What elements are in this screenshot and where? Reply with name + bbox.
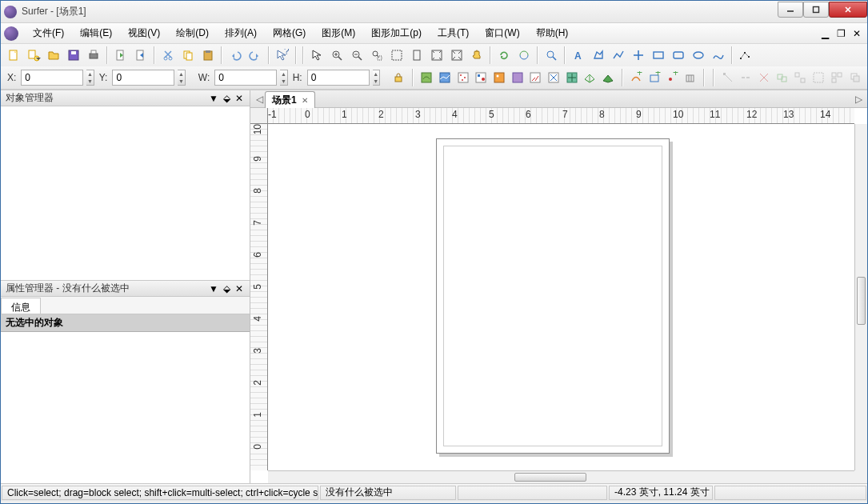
polyline-tool[interactable] <box>609 46 628 65</box>
help-cursor-button[interactable]: ? <box>273 46 292 65</box>
menu-item[interactable]: 帮助(H) <box>528 24 577 42</box>
map-image-button[interactable] <box>492 68 507 87</box>
text-tool[interactable]: A <box>569 46 588 65</box>
order-front-button[interactable] <box>847 68 862 87</box>
w-input[interactable] <box>214 70 277 86</box>
spline-tool[interactable] <box>709 46 728 65</box>
window-minimize-button[interactable] <box>778 2 803 18</box>
panel-dropdown-icon[interactable]: ▼ <box>208 283 219 294</box>
zoom-actual-button[interactable] <box>447 46 466 65</box>
combine-button[interactable] <box>774 68 790 87</box>
reshape-tool[interactable] <box>736 46 755 65</box>
h-spinner[interactable]: ▲▼ <box>373 70 380 86</box>
new-dropdown-button[interactable] <box>24 46 43 65</box>
map-shaded-relief-button[interactable] <box>510 68 525 87</box>
menu-item[interactable]: 图形加工(p) <box>363 24 430 42</box>
map-vector2-button[interactable] <box>546 68 562 87</box>
add-base-button[interactable]: + <box>646 68 662 87</box>
auto-redraw-button[interactable] <box>514 46 534 65</box>
window-close-button[interactable] <box>829 2 867 18</box>
mdi-close-button[interactable]: ✕ <box>850 27 864 40</box>
add-contour-button[interactable]: + <box>629 68 644 87</box>
rectangle-tool[interactable] <box>649 46 668 65</box>
edit-node-button[interactable] <box>720 68 735 87</box>
panel-pin-icon[interactable]: ⬙ <box>221 93 232 104</box>
refresh-button[interactable] <box>494 46 514 65</box>
add-post-button[interactable]: + <box>665 68 680 87</box>
map-vector1-button[interactable] <box>528 68 543 87</box>
x-spinner[interactable]: ▲▼ <box>86 70 94 86</box>
polygon-tool[interactable] <box>589 46 608 65</box>
group-button[interactable] <box>811 68 826 87</box>
zoom-in-button[interactable] <box>327 46 346 65</box>
panel-close-icon[interactable]: ✕ <box>234 93 245 104</box>
import-button[interactable] <box>111 46 130 65</box>
lock-aspect-button[interactable] <box>391 68 406 87</box>
map-surface-button[interactable] <box>601 68 616 87</box>
menu-item[interactable]: 绘制(D) <box>168 24 217 42</box>
app-menu-icon[interactable] <box>4 26 18 41</box>
panel-dropdown-icon[interactable]: ▼ <box>208 93 219 104</box>
document-tab-close-icon[interactable]: ✕ <box>302 96 308 105</box>
panel-pin-icon[interactable]: ⬙ <box>221 283 232 294</box>
zoom-page-button[interactable] <box>407 46 426 65</box>
y-input[interactable] <box>112 70 174 86</box>
map-classed-post-button[interactable] <box>474 68 489 87</box>
window-maximize-button[interactable] <box>803 2 829 18</box>
zoom-rect-button[interactable] <box>367 46 386 65</box>
map-watershed-button[interactable] <box>564 68 579 87</box>
menu-item[interactable]: 排列(A) <box>217 24 265 42</box>
zoom-fit-button[interactable] <box>427 46 446 65</box>
copy-button[interactable] <box>178 46 198 65</box>
delete-node-button[interactable] <box>757 68 772 87</box>
paste-button[interactable] <box>198 46 218 65</box>
map-wireframe-button[interactable] <box>582 68 598 87</box>
map-post-button[interactable] <box>455 68 470 87</box>
open-button[interactable] <box>44 46 63 65</box>
h-input[interactable] <box>307 70 370 86</box>
map-contour-button[interactable] <box>419 68 434 87</box>
property-content[interactable] <box>1 332 250 483</box>
new-button[interactable] <box>4 46 23 65</box>
panel-close-icon[interactable]: ✕ <box>234 283 245 294</box>
mdi-minimize-button[interactable]: ▁ <box>818 27 832 40</box>
mdi-restore-button[interactable]: ❐ <box>834 27 848 40</box>
tab-scroll-left[interactable]: ◁ <box>254 94 265 105</box>
save-button[interactable] <box>64 46 83 65</box>
ungroup-button[interactable] <box>830 68 845 87</box>
pointer-tool[interactable] <box>307 46 326 65</box>
cut-button[interactable] <box>158 46 178 65</box>
object-manager-body[interactable] <box>1 106 250 281</box>
y-spinner[interactable]: ▲▼ <box>178 70 185 86</box>
symbol-tool[interactable] <box>629 46 648 65</box>
menu-item[interactable]: 工具(T) <box>430 24 477 42</box>
x-input[interactable] <box>21 70 83 86</box>
pan-tool[interactable] <box>467 46 486 65</box>
undo-button[interactable] <box>226 46 245 65</box>
redo-button[interactable] <box>246 46 265 65</box>
break-button[interactable] <box>738 68 754 87</box>
property-tab-info[interactable]: 信息 <box>1 298 41 314</box>
menu-item[interactable]: 编辑(E) <box>72 24 120 42</box>
menu-item[interactable]: 文件(F) <box>25 24 72 42</box>
zoom-realtime-button[interactable] <box>542 46 561 65</box>
w-spinner[interactable]: ▲▼ <box>280 70 287 86</box>
tab-scroll-right[interactable]: ▷ <box>853 94 864 105</box>
map-basemap-button[interactable] <box>437 68 452 87</box>
menu-item[interactable]: 视图(V) <box>120 24 168 42</box>
document-tab[interactable]: 场景1 ✕ <box>265 91 315 109</box>
zoom-selection-button[interactable] <box>387 46 406 65</box>
menu-item[interactable]: 网格(G) <box>265 24 314 42</box>
print-button[interactable] <box>84 46 103 65</box>
menu-item[interactable]: 图形(M) <box>314 24 363 42</box>
export-button[interactable] <box>131 46 150 65</box>
horizontal-scrollbar[interactable] <box>268 470 854 483</box>
canvas-viewport[interactable] <box>268 124 867 483</box>
add-grid-button[interactable] <box>683 68 698 87</box>
vertical-scrollbar[interactable] <box>854 124 867 470</box>
zoom-out-button[interactable] <box>347 46 366 65</box>
menu-item[interactable]: 窗口(W) <box>477 24 527 42</box>
ellipse-tool[interactable] <box>689 46 708 65</box>
split-button[interactable] <box>793 68 808 87</box>
rounded-rect-tool[interactable] <box>669 46 688 65</box>
